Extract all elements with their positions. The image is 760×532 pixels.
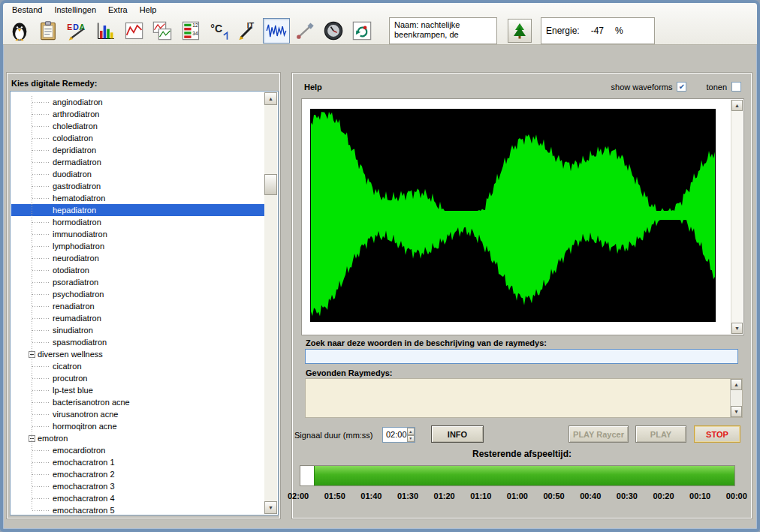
- penguin-icon[interactable]: [6, 18, 33, 44]
- tree-item-arthrodiatron[interactable]: arthrodiatron: [11, 108, 264, 120]
- tree-item-hepadiatron[interactable]: hepadiatron: [11, 204, 264, 216]
- tree-item-label: dermadiatron: [50, 157, 104, 167]
- tree-item-emochacratron-5[interactable]: emochacratron 5: [11, 504, 264, 514]
- tree-item-bacterisanotron-acne[interactable]: bacterisanotron acne: [11, 396, 264, 408]
- energie-value: -47: [591, 26, 604, 36]
- tree-item-depridiatron[interactable]: depridiatron: [11, 144, 264, 156]
- tree-connector: [32, 342, 50, 343]
- tree-item-otodiatron[interactable]: otodiatron: [11, 264, 264, 276]
- stop-button[interactable]: STOP: [694, 425, 740, 443]
- play-button[interactable]: PLAY: [635, 425, 686, 443]
- remaining-time-label: Resterende afspeeltijd:: [292, 449, 752, 459]
- tree-connector: [32, 138, 50, 139]
- remedy-scrollbar[interactable]: ▲ ▼: [264, 92, 277, 514]
- tree-connector: [32, 114, 50, 115]
- tree-item-hormoqitron-acne[interactable]: hormoqitron acne: [11, 420, 264, 432]
- line-chart-icon[interactable]: [120, 18, 147, 44]
- time-tick: 00:00: [726, 491, 747, 500]
- tree-item-label: cholediatron: [50, 121, 100, 131]
- tree-item-emocardiotron[interactable]: emocardiotron: [11, 444, 264, 456]
- scroll-down-icon[interactable]: ▼: [731, 406, 742, 417]
- cable-icon[interactable]: [291, 18, 318, 44]
- tree-item-immunodiatron[interactable]: immunodiatron: [11, 228, 264, 240]
- celsius-icon[interactable]: °C: [206, 18, 233, 44]
- duration-label: Signaal duur (mm:ss): [294, 431, 373, 440]
- scroll-down-icon[interactable]: ▼: [264, 501, 277, 514]
- results-scrollbar[interactable]: ▲ ▼: [730, 379, 742, 417]
- tree-item-dermadiatron[interactable]: dermadiatron: [11, 156, 264, 168]
- tree-item-cholediatron[interactable]: cholediatron: [11, 120, 264, 132]
- tree-item-lymphodiatron[interactable]: lymphodiatron: [11, 240, 264, 252]
- tree-item-psychodiatron[interactable]: psychodiatron: [11, 288, 264, 300]
- tree-item-cicatron[interactable]: cicatron: [11, 360, 264, 372]
- tree-item-label: neurodiatron: [50, 253, 101, 263]
- tree-item-label: emocardiotron: [50, 445, 107, 455]
- menu-help[interactable]: Help: [134, 4, 163, 16]
- tree-item-emochacratron-2[interactable]: emochacratron 2: [11, 468, 264, 480]
- bar-chart-icon[interactable]: [92, 18, 119, 44]
- tree-item-procutron[interactable]: procutron: [11, 372, 264, 384]
- tree-item-neurodiatron[interactable]: neurodiatron: [11, 252, 264, 264]
- clipboard-icon[interactable]: [35, 18, 62, 44]
- tree-item-reumadiatron[interactable]: reumadiatron: [11, 312, 264, 324]
- tree-item-renadiatron[interactable]: renadiatron: [11, 300, 264, 312]
- scroll-up-icon[interactable]: ▲: [731, 100, 743, 111]
- show-waveforms-checkbox[interactable]: [677, 82, 686, 92]
- it-pen-icon[interactable]: IT: [234, 18, 261, 44]
- tree-connector: [32, 486, 50, 487]
- eda-pen-icon[interactable]: EDA: [63, 18, 90, 44]
- tree-item-spasmodiatron[interactable]: spasmodiatron: [11, 336, 264, 348]
- tree-item-emochacratron-3[interactable]: emochacratron 3: [11, 480, 264, 492]
- menu-instellingen[interactable]: Instellingen: [48, 4, 102, 16]
- help-label: Help: [304, 83, 322, 92]
- tree-item-anginodiatron[interactable]: anginodiatron: [11, 96, 264, 108]
- waveform-icon[interactable]: [263, 18, 290, 44]
- tree-connector: [32, 294, 50, 295]
- recycle-icon[interactable]: [348, 18, 375, 44]
- pine-tree-icon: [511, 22, 529, 40]
- tree-item-label: emotron: [35, 433, 70, 443]
- duration-value: 02:00: [383, 428, 407, 442]
- waveform-scrollbar[interactable]: ▲ ▼: [731, 100, 743, 334]
- tree-item-virusanotron-acne[interactable]: virusanotron acne: [11, 408, 264, 420]
- tree-item-label: renadiatron: [50, 301, 97, 311]
- tree-item-sinudiatron[interactable]: sinudiatron: [11, 324, 264, 336]
- tree-item-duodiatron[interactable]: duodiatron: [11, 168, 264, 180]
- tree-icon-button[interactable]: [508, 19, 532, 43]
- tree-connector: [32, 102, 50, 103]
- tree-item-hormodiatron[interactable]: hormodiatron: [11, 216, 264, 228]
- tree-item-label: arthrodiatron: [50, 109, 101, 119]
- tree-connector: [32, 330, 50, 331]
- remedy-name-field: Naam: nachtelijke beenkrampen, de: [389, 17, 497, 44]
- menu-extra[interactable]: Extra: [102, 4, 134, 16]
- dual-chart-icon[interactable]: [149, 18, 176, 44]
- scroll-thumb[interactable]: [264, 174, 277, 195]
- scroll-up-icon[interactable]: ▲: [731, 379, 742, 390]
- spin-down-icon[interactable]: ▼: [407, 435, 415, 443]
- scroll-down-icon[interactable]: ▼: [731, 323, 743, 334]
- tree-item-hematodiatron[interactable]: hematodiatron: [11, 192, 264, 204]
- tree-item-diversen-wellness[interactable]: diversen wellness: [11, 348, 264, 360]
- tonen-checkbox[interactable]: [731, 82, 741, 92]
- time-tick: 01:50: [324, 491, 345, 500]
- tree-connector: [32, 378, 50, 379]
- value-list-icon[interactable]: 1234: [177, 18, 204, 44]
- tree-item-lp-test-blue[interactable]: lp-test blue: [11, 384, 264, 396]
- tree-item-colodiatron[interactable]: colodiatron: [11, 132, 264, 144]
- duration-spinner[interactable]: 02:00 ▲ ▼: [382, 427, 415, 443]
- scroll-up-icon[interactable]: ▲: [264, 92, 277, 105]
- gauge-icon[interactable]: [320, 18, 347, 44]
- play-raycer-button[interactable]: PLAY Raycer: [568, 425, 629, 443]
- menu-bestand[interactable]: Bestand: [6, 4, 48, 16]
- waveform-container: ▲ ▼: [301, 98, 744, 335]
- tree-item-emotron[interactable]: emotron: [11, 432, 264, 444]
- tree-item-gastrodiatron[interactable]: gastrodiatron: [11, 180, 264, 192]
- info-button[interactable]: INFO: [431, 425, 484, 443]
- tree-item-emochacratron-1[interactable]: emochacratron 1: [11, 456, 264, 468]
- tree-item-psoradiatron[interactable]: psoradiatron: [11, 276, 264, 288]
- tree-item-label: anginodiatron: [50, 97, 105, 107]
- spin-up-icon[interactable]: ▲: [407, 428, 415, 435]
- tree-item-label: emochacratron 5: [50, 505, 117, 514]
- tree-item-emochacratron-4[interactable]: emochacratron 4: [11, 492, 264, 504]
- search-input[interactable]: [305, 349, 738, 364]
